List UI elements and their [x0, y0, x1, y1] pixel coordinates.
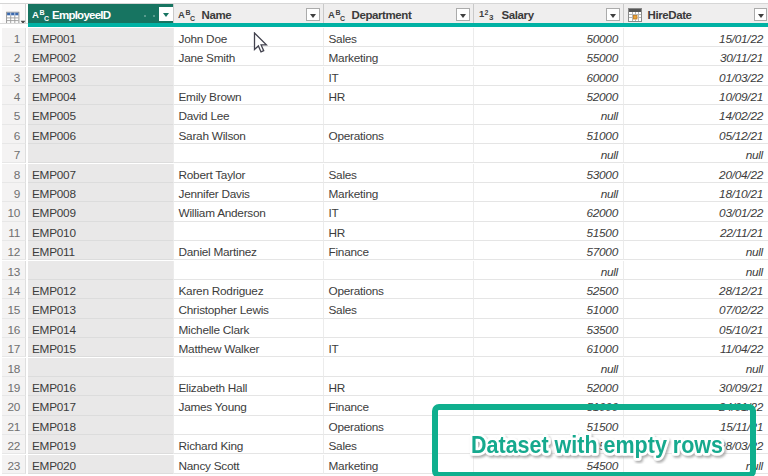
- svg-text:A: A: [32, 9, 39, 20]
- svg-text:C: C: [44, 15, 49, 22]
- svg-text:C: C: [340, 15, 345, 22]
- svg-text:A: A: [178, 9, 185, 20]
- svg-text:C: C: [190, 15, 195, 22]
- svg-text:3: 3: [489, 13, 494, 22]
- svg-text:A: A: [328, 9, 335, 20]
- svg-text:2: 2: [484, 8, 488, 15]
- svg-text:Dataset with empty rows: Dataset with empty rows: [471, 432, 723, 458]
